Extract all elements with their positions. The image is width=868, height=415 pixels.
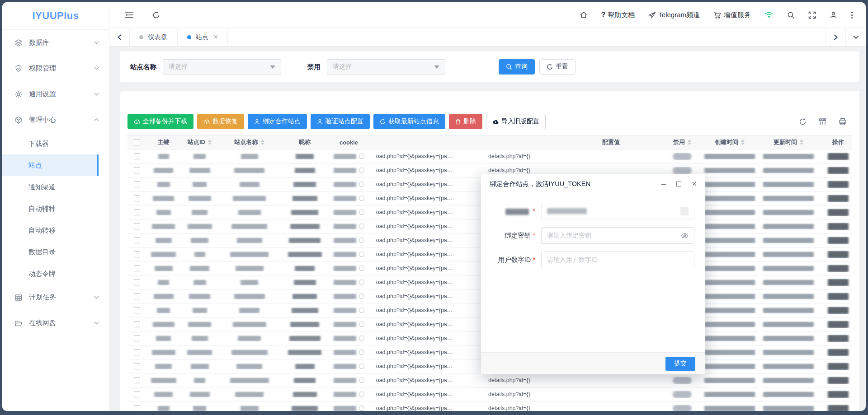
sort-icon[interactable]: [208, 140, 212, 145]
reset-button[interactable]: 重置: [539, 59, 576, 75]
help-docs-link[interactable]: ? 帮助文档: [601, 11, 635, 19]
row-checkbox[interactable]: [134, 223, 140, 229]
fetch-latest-site-info-button[interactable]: 获取最新站点信息: [373, 114, 445, 129]
row-checkbox[interactable]: [134, 237, 140, 243]
column-header-1-站点ID[interactable]: 站点ID: [180, 138, 219, 146]
tabs-scroll-right-button[interactable]: [825, 28, 845, 46]
tab-dashboard[interactable]: 仪表盘: [130, 28, 178, 46]
sidebar-group-permissions[interactable]: 权限管理: [2, 56, 109, 81]
column-header-2-站点名称[interactable]: 站点名称: [219, 138, 280, 146]
tab-sites[interactable]: 站点 ×: [178, 28, 228, 46]
maximize-icon[interactable]: [676, 182, 681, 187]
site-select[interactable]: [541, 203, 694, 219]
redacted-action-button-blur[interactable]: [828, 279, 849, 286]
user-menu-button[interactable]: [830, 11, 837, 19]
submit-button[interactable]: 提交: [665, 357, 695, 371]
tabs-scroll-left-button[interactable]: [109, 28, 130, 46]
row-checkbox[interactable]: [134, 251, 140, 257]
sidebar-item-downloader[interactable]: 下载器: [2, 133, 99, 154]
delete-button[interactable]: 删除: [449, 114, 482, 129]
bind-key-input[interactable]: 请输入绑定密钥: [541, 227, 694, 244]
sort-icon[interactable]: [688, 140, 691, 145]
row-checkbox[interactable]: [134, 405, 140, 411]
sort-icon[interactable]: [800, 140, 803, 145]
sidebar-item-data-directory[interactable]: 数据目录: [2, 241, 99, 263]
redacted-action-button-blur[interactable]: [828, 237, 849, 244]
import-legacy-config-button[interactable]: 导入旧版配置: [486, 114, 546, 129]
row-checkbox[interactable]: [134, 293, 140, 299]
sidebar-item-auto-seed[interactable]: 自动辅种: [2, 198, 99, 219]
row-checkbox[interactable]: [134, 321, 140, 327]
row-checkbox[interactable]: [134, 167, 140, 173]
row-checkbox[interactable]: [134, 265, 140, 271]
row-checkbox[interactable]: [134, 195, 140, 201]
toggle-password-visibility-icon[interactable]: [681, 233, 689, 239]
sidebar-group-scheduled-tasks[interactable]: 计划任务: [2, 284, 109, 310]
redacted-action-button-blur[interactable]: [828, 223, 849, 230]
redacted-action-button-blur[interactable]: [828, 349, 849, 356]
user-id-input[interactable]: 请输入用户数字ID: [541, 252, 694, 268]
collapse-sidebar-icon[interactable]: [125, 11, 133, 19]
more-menu-button[interactable]: [851, 11, 853, 19]
sort-icon[interactable]: [741, 140, 745, 145]
redacted-action-button-blur[interactable]: [828, 153, 849, 160]
verify-site-config-button[interactable]: 验证站点配置: [311, 114, 370, 129]
close-tab-icon[interactable]: ×: [214, 33, 218, 41]
sidebar-item-auto-transfer[interactable]: 自动转移: [2, 219, 99, 241]
column-header-8-禁用[interactable]: 禁用: [664, 138, 700, 146]
sidebar-group-admin-center[interactable]: 管理中心: [2, 107, 109, 133]
row-checkbox[interactable]: [134, 377, 140, 383]
row-checkbox[interactable]: [134, 153, 140, 159]
row-checkbox[interactable]: [134, 209, 140, 215]
redacted-action-button-blur[interactable]: [828, 405, 849, 411]
close-icon[interactable]: ×: [692, 180, 697, 188]
row-checkbox[interactable]: [134, 349, 140, 355]
sidebar-item-dynamic-token[interactable]: 动态令牌: [2, 263, 99, 284]
row-checkbox[interactable]: [134, 307, 140, 313]
sidebar-item-notify-channel[interactable]: 通知渠道: [2, 176, 99, 198]
redacted-action-button-blur[interactable]: [828, 195, 849, 202]
redacted-action-button-blur[interactable]: [828, 307, 849, 314]
row-checkbox[interactable]: [134, 335, 140, 341]
redacted-action-button-blur[interactable]: [828, 209, 849, 216]
redacted-action-button-blur[interactable]: [828, 363, 849, 370]
disabled-select[interactable]: 请选择: [327, 59, 445, 75]
value-added-services-link[interactable]: 增值服务: [713, 11, 751, 19]
global-search-button[interactable]: [787, 11, 795, 19]
sidebar-item-sites[interactable]: 站点: [2, 154, 99, 176]
backup-all-button[interactable]: 全部备份并下载: [127, 114, 193, 129]
home-button[interactable]: [580, 11, 588, 19]
redacted-action-button-blur[interactable]: [828, 167, 849, 174]
select-all-checkbox[interactable]: [134, 139, 140, 145]
sidebar-group-online-drive[interactable]: 在线网盘: [2, 310, 109, 336]
redacted-action-button-blur[interactable]: [828, 391, 849, 398]
sort-icon[interactable]: [261, 140, 264, 145]
data-restore-button[interactable]: 数据恢复: [197, 114, 244, 129]
redacted-action-button-blur[interactable]: [828, 335, 849, 342]
telegram-channel-link[interactable]: Telegram频道: [648, 11, 700, 19]
redacted-action-button-blur[interactable]: [828, 265, 849, 272]
column-settings-icon[interactable]: [819, 118, 826, 126]
redacted-action-button-blur[interactable]: [828, 377, 849, 384]
network-status-button[interactable]: [764, 12, 774, 19]
bind-partner-site-button[interactable]: 绑定合作站点: [248, 114, 307, 129]
row-checkbox[interactable]: [134, 391, 140, 397]
search-button[interactable]: 查询: [499, 59, 535, 75]
row-checkbox[interactable]: [134, 181, 140, 187]
site-name-select[interactable]: 请选择: [163, 59, 281, 75]
print-icon[interactable]: [839, 118, 847, 126]
row-checkbox[interactable]: [134, 363, 140, 369]
column-header-10-更新时间[interactable]: 更新时间: [759, 138, 818, 146]
column-header-9-创建时间[interactable]: 创建时间: [700, 138, 759, 146]
sidebar-group-database[interactable]: 数据库: [2, 30, 109, 56]
sidebar-group-general-settings[interactable]: 通用设置: [2, 81, 109, 107]
fullscreen-button[interactable]: [808, 11, 816, 19]
brand-logo[interactable]: IYUUPlus: [2, 2, 109, 30]
redacted-action-button-blur[interactable]: [828, 181, 849, 188]
reload-page-icon[interactable]: [152, 11, 160, 19]
redacted-action-button-blur[interactable]: [828, 293, 849, 300]
row-checkbox[interactable]: [134, 279, 140, 285]
redacted-action-button-blur[interactable]: [828, 321, 849, 328]
minimize-icon[interactable]: ─: [661, 181, 666, 187]
refresh-table-icon[interactable]: [799, 118, 807, 126]
